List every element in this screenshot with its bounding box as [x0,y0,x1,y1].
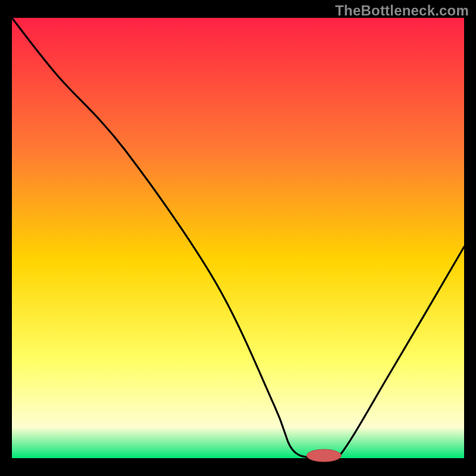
watermark-label: TheBottleneck.com [335,2,469,19]
plot-area [12,18,464,458]
bottleneck-chart [0,0,476,476]
marker-pill [307,449,342,462]
chart-frame: TheBottleneck.com [0,0,476,476]
